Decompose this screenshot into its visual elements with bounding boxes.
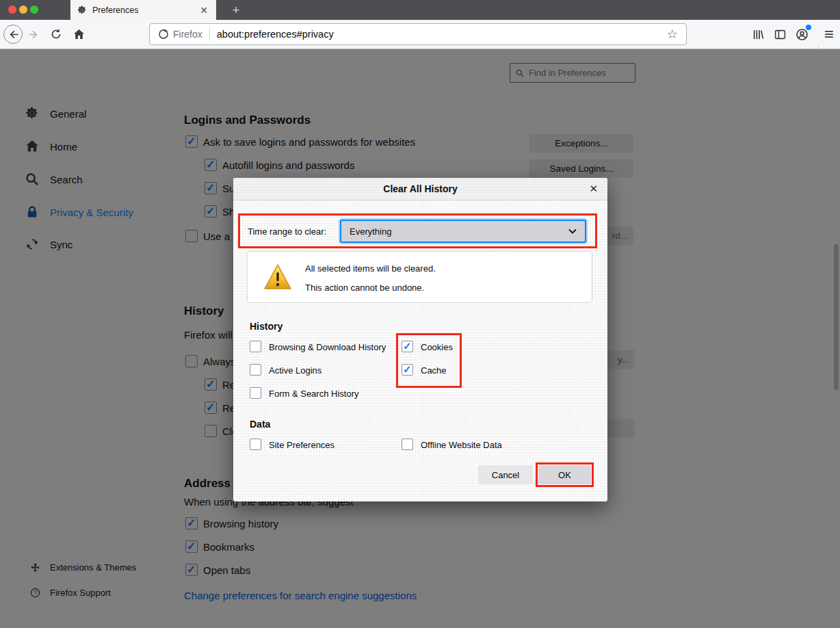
label-active-logins: Active Logins xyxy=(269,365,321,376)
tab-bar: Preferences ✕ + xyxy=(0,0,840,20)
label-offline-website-data: Offline Website Data xyxy=(421,440,502,450)
zoom-window-button[interactable] xyxy=(30,5,38,14)
label-cookies: Cookies xyxy=(421,342,453,352)
menu-hamburger-icon[interactable]: ≡ xyxy=(821,25,837,44)
close-window-button[interactable] xyxy=(8,5,16,14)
clear-all-history-dialog: Clear All History ✕ Time range to clear:… xyxy=(233,178,607,501)
warning-line-2: This action cannot be undone. xyxy=(305,283,424,293)
warning-icon xyxy=(263,263,293,291)
label-cache: Cache xyxy=(421,365,447,376)
checkbox-cache[interactable] xyxy=(402,364,413,376)
checkbox-site-preferences[interactable] xyxy=(250,439,261,450)
bookmark-star-icon[interactable]: ☆ xyxy=(667,27,686,42)
dialog-title: Clear All History xyxy=(383,183,457,194)
sidebar-toggle-icon[interactable] xyxy=(772,27,787,42)
firefox-logo-icon xyxy=(158,29,169,40)
back-button[interactable] xyxy=(3,25,23,44)
minimize-window-button[interactable] xyxy=(19,5,27,14)
close-icon[interactable]: ✕ xyxy=(589,183,598,195)
navigation-toolbar: Firefox about:preferences#privacy ☆ ≡ xyxy=(0,20,840,49)
account-icon[interactable] xyxy=(794,27,809,42)
checkbox-cookies[interactable] xyxy=(402,341,413,352)
checkbox-form-search-history[interactable] xyxy=(250,387,261,399)
gear-icon xyxy=(77,5,87,15)
tab-close-icon[interactable]: ✕ xyxy=(198,5,209,16)
browser-window: Preferences ✕ + Firefox about:prefere xyxy=(0,0,840,628)
chevron-down-icon xyxy=(568,228,577,234)
home-icon[interactable] xyxy=(70,26,87,42)
reload-icon[interactable] xyxy=(48,26,64,42)
dialog-history-heading: History xyxy=(250,321,283,332)
checkbox-offline-website-data[interactable] xyxy=(402,439,413,450)
new-tab-button[interactable]: + xyxy=(226,0,246,20)
url-text[interactable]: about:preferences#privacy xyxy=(210,29,667,40)
firefox-brand: Firefox xyxy=(150,29,209,40)
cancel-button[interactable]: Cancel xyxy=(478,465,533,484)
checkbox-browsing-download-history[interactable] xyxy=(250,341,261,352)
url-bar[interactable]: Firefox about:preferences#privacy ☆ xyxy=(149,23,687,45)
ok-button[interactable]: OK xyxy=(538,465,591,484)
library-icon[interactable] xyxy=(750,27,765,42)
dialog-data-heading: Data xyxy=(250,419,270,430)
time-range-value: Everything xyxy=(350,226,391,237)
dialog-header: Clear All History ✕ xyxy=(233,178,607,200)
warning-panel: All selected items will be cleared. This… xyxy=(247,251,592,303)
label-site-preferences: Site Preferences xyxy=(269,440,334,450)
forward-button[interactable] xyxy=(26,26,41,42)
label-form-search-history: Form & Search History xyxy=(269,389,358,399)
warning-line-1: All selected items will be cleared. xyxy=(305,263,436,274)
time-range-label: Time range to clear: xyxy=(248,226,326,237)
time-range-dropdown[interactable]: Everything xyxy=(340,220,586,243)
preferences-page: General Home Search Privacy & Security S… xyxy=(0,49,840,628)
checkbox-active-logins[interactable] xyxy=(250,364,261,376)
tab-preferences[interactable]: Preferences ✕ xyxy=(70,0,216,20)
account-notification-badge xyxy=(806,25,811,30)
tab-title: Preferences xyxy=(92,5,198,15)
label-browsing-download-history: Browsing & Download History xyxy=(269,342,386,352)
